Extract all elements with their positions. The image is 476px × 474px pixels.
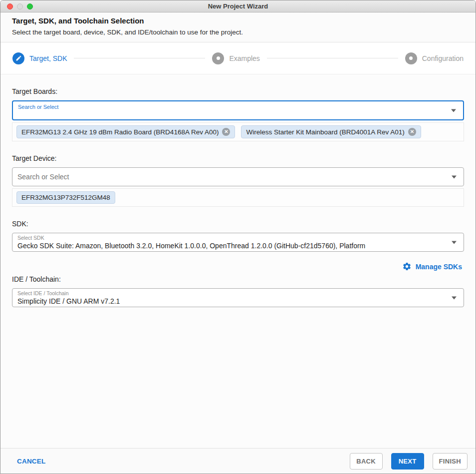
chevron-down-icon[interactable] [452, 176, 457, 179]
chevron-down-icon[interactable] [452, 241, 457, 244]
wizard-stepper: Target, SDK Examples Configuration [0, 42, 476, 74]
ide-select-label: Select IDE / Toolchain [17, 290, 446, 296]
page-subtitle: Select the target board, device, SDK, an… [12, 28, 464, 36]
target-device-select[interactable]: Search or Select [12, 167, 464, 186]
close-window-button[interactable] [7, 3, 13, 9]
pencil-icon [12, 52, 24, 64]
target-device-section: Target Device: Search or Select EFR32MG1… [12, 154, 464, 207]
cancel-button[interactable]: CANCEL [17, 458, 45, 465]
stepper-connector [267, 58, 398, 58]
step-dot-icon [405, 52, 417, 64]
sdk-section: SDK: Select SDK Gecko SDK Suite: Amazon,… [12, 220, 464, 271]
device-chip[interactable]: EFR32MG13P732F512GM48 [16, 191, 115, 204]
chevron-down-icon[interactable] [451, 109, 456, 112]
wizard-content: Target Boards: Search or Select EFR32MG1… [0, 87, 476, 307]
manage-sdks-row: Manage SDKs [12, 262, 462, 271]
gear-icon[interactable] [402, 262, 412, 271]
target-boards-placeholder: Search or Select [18, 104, 445, 110]
wizard-header: Target, SDK, and Toolchain Selection Sel… [0, 12, 476, 42]
ide-toolchain-section: IDE / Toolchain: Select IDE / Toolchain … [12, 275, 464, 307]
finish-button[interactable]: FINISH [433, 453, 468, 470]
window-title: New Project Wizard [208, 2, 268, 10]
target-device-label: Target Device: [12, 154, 464, 162]
target-boards-chips: EFR32MG13 2.4 GHz 19 dBm Radio Board (BR… [12, 122, 464, 141]
ide-toolchain-label: IDE / Toolchain: [12, 275, 464, 283]
step-dot-icon [212, 52, 224, 64]
minimize-window-button[interactable] [17, 3, 23, 9]
close-icon[interactable]: ✕ [222, 128, 230, 136]
page-title: Target, SDK, and Toolchain Selection [12, 16, 464, 25]
target-device-placeholder: Search or Select [17, 173, 446, 181]
step-target-sdk[interactable]: Target, SDK [12, 52, 67, 64]
traffic-lights [7, 3, 33, 9]
zoom-window-button[interactable] [27, 3, 33, 9]
wizard-footer: CANCEL BACK NEXT FINISH [0, 448, 476, 474]
manage-sdks-link[interactable]: Manage SDKs [416, 263, 462, 271]
board-chip[interactable]: EFR32MG13 2.4 GHz 19 dBm Radio Board (BR… [16, 125, 235, 138]
step-label: Examples [229, 54, 259, 62]
new-project-wizard-window: New Project Wizard Target, SDK, and Tool… [0, 0, 476, 474]
chip-label: EFR32MG13P732F512GM48 [21, 194, 110, 201]
window-titlebar: New Project Wizard [0, 0, 476, 12]
chip-label: Wireless Starter Kit Mainboard (BRD4001A… [246, 128, 404, 136]
sdk-select-label: Select SDK [17, 235, 446, 241]
step-examples[interactable]: Examples [212, 52, 259, 64]
step-label: Target, SDK [29, 54, 67, 62]
target-boards-select[interactable]: Search or Select [12, 100, 464, 120]
ide-select-value: Simplicity IDE / GNU ARM v7.2.1 [17, 297, 446, 305]
next-button[interactable]: NEXT [391, 453, 424, 470]
ide-toolchain-select[interactable]: Select IDE / Toolchain Simplicity IDE / … [12, 288, 464, 307]
target-device-chips: EFR32MG13P732F512GM48 [12, 188, 464, 207]
chip-label: EFR32MG13 2.4 GHz 19 dBm Radio Board (BR… [21, 128, 219, 136]
stepper-connector [74, 58, 205, 58]
back-button[interactable]: BACK [350, 453, 383, 470]
board-chip[interactable]: Wireless Starter Kit Mainboard (BRD4001A… [241, 125, 421, 138]
chevron-down-icon[interactable] [452, 297, 457, 300]
sdk-select-value: Gecko SDK Suite: Amazon, Bluetooth 3.2.0… [17, 242, 446, 250]
target-boards-section: Target Boards: Search or Select EFR32MG1… [12, 87, 464, 141]
step-configuration[interactable]: Configuration [405, 52, 464, 64]
close-icon[interactable]: ✕ [408, 128, 416, 136]
step-label: Configuration [422, 54, 464, 62]
target-boards-label: Target Boards: [12, 87, 464, 95]
sdk-label: SDK: [12, 220, 464, 228]
sdk-select[interactable]: Select SDK Gecko SDK Suite: Amazon, Blue… [12, 233, 464, 252]
